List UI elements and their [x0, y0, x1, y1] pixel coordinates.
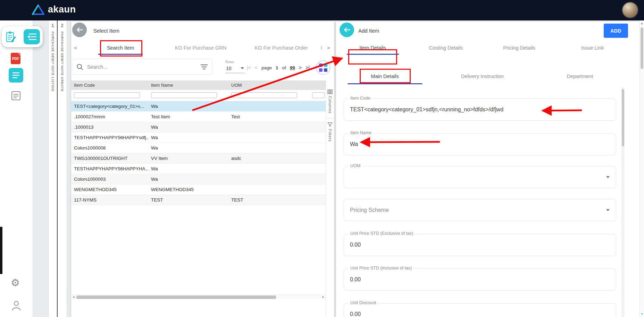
add-item-subtabbar: Main Details Delivery Instruction Depart… — [336, 69, 644, 84]
listing-module-button[interactable] — [9, 68, 23, 83]
horizontal-scroll-thumb[interactable] — [76, 295, 276, 299]
table-row[interactable]: .1000013 Wa — [71, 122, 326, 132]
subtab-main-details[interactable]: Main Details — [336, 69, 434, 84]
table-row[interactable]: Colors1000008 Wa — [71, 143, 326, 153]
tab-pricing-details[interactable]: Pricing Details — [483, 41, 556, 55]
sidebar: PDF ⚙ — [0, 20, 33, 317]
filter-input-item-code[interactable] — [74, 92, 140, 98]
uom-select-field[interactable]: UOM — [344, 166, 616, 188]
menu-toggle-button[interactable] — [24, 29, 40, 44]
filter-funnel-icon[interactable] — [327, 122, 333, 127]
rows-per-page-select[interactable]: 10 — [225, 65, 245, 73]
filter-input-item-name[interactable] — [151, 92, 217, 98]
tab-strip-purchase-debit-note-listing[interactable]: 1 PURCHASE DEBIT NOTE LISTING — [48, 20, 58, 317]
tab-partial[interactable]: I — [319, 41, 324, 55]
clipboard-pencil-icon[interactable] — [5, 31, 16, 43]
table-row[interactable]: Colors1000003 Wa — [71, 174, 326, 185]
form-scrollbar[interactable] — [621, 87, 625, 317]
tabs-scroll-left[interactable]: < — [74, 41, 77, 55]
current-page: 1 — [276, 65, 278, 70]
page-title: Select Item — [93, 28, 119, 34]
strip-number: 2 — [58, 23, 67, 28]
horizontal-scrollbar[interactable]: ◄ ► — [71, 294, 326, 299]
scroll-right-arrow[interactable]: ► — [321, 295, 326, 300]
page-scroll-thumb[interactable] — [641, 27, 643, 69]
settings-button[interactable]: ⚙ — [11, 278, 20, 288]
strip-number: 1 — [49, 23, 57, 28]
pdf-export-button[interactable]: PDF — [10, 52, 22, 67]
rows-per-page: Rows 10 — [225, 58, 245, 73]
page-scrollbar[interactable]: ▲ ▼ — [639, 20, 644, 317]
field-label: Unit Price STD (Exclusive of tax) — [349, 231, 415, 236]
item-code-field[interactable]: Item Code TEST<category<category_01>sdfj… — [344, 98, 616, 121]
back-button[interactable] — [72, 23, 87, 37]
table-row[interactable]: TESTHAPPYHAPPY56HAPPYHA... Wa — [71, 164, 326, 174]
search-input[interactable] — [86, 64, 200, 70]
table-row[interactable]: 117-NYMS TEST TEST — [71, 195, 326, 205]
scroll-down-arrow[interactable]: ▼ — [640, 312, 644, 316]
chevron-down-icon — [606, 209, 610, 211]
first-page-button[interactable]: |< — [247, 65, 251, 70]
tab-item-details[interactable]: Item Details — [336, 41, 409, 55]
columns-icon[interactable] — [327, 89, 333, 94]
scroll-left-arrow[interactable]: ◄ — [71, 295, 76, 300]
columns-tool[interactable]: Columns — [328, 96, 332, 113]
profile-button[interactable] — [11, 300, 22, 312]
unit-price-exclusive-field[interactable]: Unit Price STD (Exclusive of tax) 0.00 — [344, 234, 616, 256]
tab-strip-purchase-debit-note-create[interactable]: 2 PURCHASE DEBIT NOTE CREATE — [58, 20, 67, 317]
table-row[interactable]: WENGMETHOD345 WENGMETHOD345 — [71, 185, 326, 195]
pricing-scheme-select-field[interactable]: Pricing Scheme — [344, 199, 616, 221]
subtab-department[interactable]: Department — [531, 69, 629, 84]
menu-open-icon — [27, 32, 37, 41]
filter-input-partial[interactable] — [312, 92, 325, 98]
table-row[interactable]: TWG1000001OUTRIGHT VV Item asdc — [71, 153, 326, 164]
table-row[interactable]: .1000027mmm Test Item Test — [71, 112, 326, 122]
add-button[interactable]: ADD — [604, 24, 628, 38]
page-word: page — [261, 65, 272, 70]
column-header-item-code[interactable]: Item Code — [74, 80, 95, 90]
back-button[interactable] — [340, 23, 354, 37]
table-row[interactable]: TESTHAPPYHAPPY56HAPPYsdfj... Wa — [71, 132, 326, 143]
apps-grid-button[interactable] — [316, 60, 331, 75]
tab-costing-details[interactable]: Costing Details — [409, 41, 483, 55]
filter-list-icon[interactable] — [200, 64, 208, 70]
chevron-down-icon — [606, 176, 610, 178]
next-page-button[interactable]: > — [299, 65, 302, 70]
list-icon — [11, 71, 20, 80]
item-name-field[interactable]: Item Name Wa — [344, 133, 616, 155]
scroll-up-arrow[interactable]: ▲ — [640, 22, 644, 25]
table-row[interactable]: TEST<category<category_01>s... Wa — [71, 101, 326, 112]
column-header-item-name[interactable]: Item Name — [151, 80, 173, 90]
column-header-uom[interactable]: UOM — [231, 80, 242, 90]
pdf-icon: PDF — [10, 52, 22, 65]
tab-ko-for-purchase-order[interactable]: KO For Purchase Order — [245, 41, 318, 55]
tabs-scroll-right[interactable]: > — [327, 41, 330, 55]
last-page-button[interactable]: >| — [306, 65, 310, 70]
chevron-down-icon — [241, 67, 244, 69]
person-icon — [11, 300, 22, 311]
filter-input-uom[interactable] — [231, 92, 297, 98]
total-pages[interactable]: 99 — [290, 65, 295, 70]
tab-ko-for-purchase-grn[interactable]: KO For Purchase GRN — [167, 41, 234, 55]
filters-tool[interactable]: Filters — [328, 129, 332, 142]
prev-page-button[interactable]: < — [255, 65, 258, 70]
add-item-tabbar: Item Details Costing Details Pricing Det… — [336, 41, 644, 55]
subtab-delivery-instruction[interactable]: Delivery Instruction — [434, 69, 531, 84]
document-list-button[interactable] — [10, 90, 22, 103]
pagination: |< < page 1 of 99 > >| — [247, 62, 310, 73]
field-label: Item Name — [349, 130, 373, 135]
field-value: TEST<category<category_01>sdfjn,<running… — [350, 106, 503, 113]
field-label: UOM — [349, 163, 362, 168]
tab-search-item[interactable]: Search Item — [96, 41, 145, 55]
user-avatar[interactable] — [622, 2, 638, 18]
akaun-triangle-icon — [32, 5, 44, 15]
unit-discount-field[interactable]: Unit Discount 0.00 — [344, 303, 616, 317]
arrow-left-icon — [75, 25, 84, 34]
field-value: 0.00 — [350, 276, 361, 283]
unit-price-inclusive-field[interactable]: Unit Price STD (Inclusive of tax) 0.00 — [344, 268, 616, 291]
form-scroll-thumb[interactable] — [622, 89, 624, 146]
field-value: 0.00 — [350, 242, 361, 248]
table-body: TEST<category<category_01>s... Wa .10000… — [71, 101, 326, 205]
topbar: akaun — [0, 0, 644, 20]
tab-issue-link[interactable]: Issue Link — [556, 41, 629, 55]
